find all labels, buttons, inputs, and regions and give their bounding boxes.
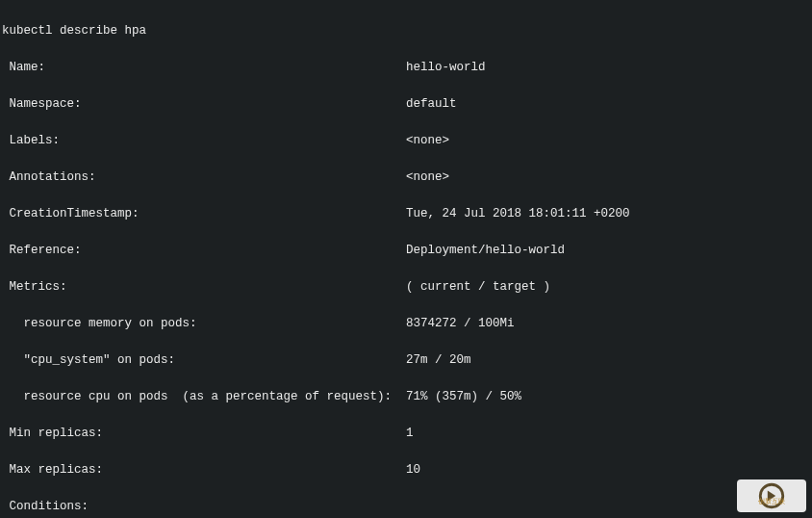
row-mem: resource memory on pods: 8374272 / 100Mi <box>2 315 810 333</box>
command-line: kubectl describe hpa <box>2 22 810 40</box>
row-namespace: Namespace: default <box>2 95 810 114</box>
row-cpu: resource cpu on pods (as a percentage of… <box>2 388 810 406</box>
row-metrics: Metrics: ( current / target ) <box>2 278 810 297</box>
row-labels: Labels: <none> <box>2 132 810 150</box>
row-max: Max replicas: 10 <box>2 461 810 479</box>
site-watermark: 创新互联 <box>737 479 806 512</box>
row-annotations: Annotations: <none> <box>2 168 810 187</box>
row-cpusys: "cpu_system" on pods: 27m / 20m <box>2 351 810 370</box>
watermark-text: 创新互联 <box>737 492 806 510</box>
row-reference: Reference: Deployment/hello-world <box>2 242 810 260</box>
row-min: Min replicas: 1 <box>2 425 810 443</box>
row-conditions: Conditions: <box>2 498 810 516</box>
terminal-output[interactable]: kubectl describe hpa Name: hello-world N… <box>0 0 812 518</box>
row-creation: CreationTimestamp: Tue, 24 Jul 2018 18:0… <box>2 205 810 223</box>
row-name: Name: hello-world <box>2 59 810 77</box>
